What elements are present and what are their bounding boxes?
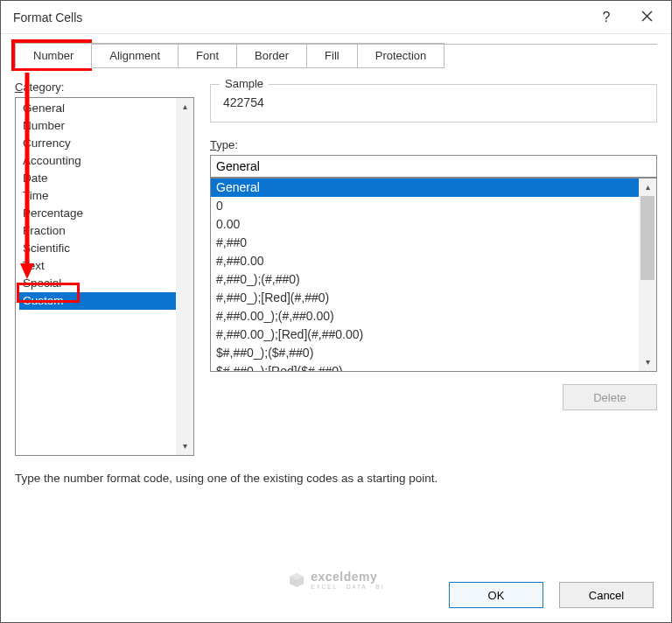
category-item-time[interactable]: Time	[19, 187, 176, 205]
format-item[interactable]: #,##0_);[Red](#,##0)	[211, 289, 639, 307]
category-item-currency[interactable]: Currency	[19, 135, 176, 152]
category-column: Category: GeneralNumberCurrencyAccountin…	[15, 80, 194, 456]
format-item[interactable]: $#,##0_);[Red]($#,##0)	[211, 362, 639, 372]
format-cells-dialog: Format Cells ? Number Alignment Font Bor…	[0, 0, 672, 623]
type-input[interactable]	[210, 155, 657, 178]
cancel-button[interactable]: Cancel	[559, 582, 654, 608]
category-item-percentage[interactable]: Percentage	[19, 205, 176, 222]
format-item[interactable]: #,##0.00	[211, 252, 639, 270]
watermark: exceldemy EXCEL · DATA · BI	[288, 570, 384, 591]
scroll-down-icon[interactable]: ▾	[176, 438, 193, 455]
type-label: Type:	[210, 138, 657, 151]
category-item-date[interactable]: Date	[19, 170, 176, 187]
category-item-general[interactable]: General	[19, 100, 176, 117]
format-item[interactable]: 0.00	[211, 215, 639, 234]
category-item-text[interactable]: Text	[19, 257, 176, 275]
right-column: Sample 422754 Type: General00.00#,##0#,#…	[210, 80, 657, 456]
format-item[interactable]: 0	[211, 197, 639, 215]
sample-value: 422754	[220, 94, 648, 113]
category-item-custom[interactable]: Custom	[19, 292, 176, 310]
tab-protection[interactable]: Protection	[358, 43, 445, 68]
watermark-sub: EXCEL · DATA · BI	[311, 584, 384, 591]
tab-font[interactable]: Font	[178, 43, 237, 68]
scroll-up-icon[interactable]: ▴	[176, 98, 193, 116]
format-scrollbar[interactable]: ▴ ▾	[639, 178, 656, 371]
sample-groupbox: Sample 422754	[210, 84, 657, 122]
format-item[interactable]: #,##0.00_);[Red](#,##0.00)	[211, 326, 639, 344]
tab-alignment[interactable]: Alignment	[92, 43, 178, 68]
scroll-down-icon[interactable]: ▾	[639, 354, 656, 371]
category-item-accounting[interactable]: Accounting	[19, 152, 176, 170]
category-label: Category:	[15, 80, 194, 94]
help-button[interactable]: ?	[594, 4, 619, 32]
format-item[interactable]: #,##0.00_);(#,##0.00)	[211, 307, 639, 326]
tab-strip: Number Alignment Font Border Fill Protec…	[15, 43, 671, 68]
sample-legend: Sample	[220, 77, 269, 90]
format-listbox[interactable]: General00.00#,##0#,##0.00#,##0_);(#,##0)…	[210, 178, 657, 372]
hint-text: Type the number format code, using one o…	[15, 472, 657, 485]
window-title: Format Cells	[13, 10, 82, 24]
tab-number[interactable]: Number	[15, 43, 92, 68]
watermark-brand: exceldemy	[311, 570, 377, 584]
tab-underline	[15, 44, 657, 45]
format-item[interactable]: General	[211, 178, 639, 197]
category-listbox[interactable]: GeneralNumberCurrencyAccountingDateTimeP…	[15, 97, 194, 456]
format-item[interactable]: $#,##0_);($#,##0)	[211, 344, 639, 362]
close-button[interactable]	[634, 4, 659, 32]
category-item-special[interactable]: Special	[19, 275, 176, 292]
category-scrollbar[interactable]: ▴ ▾	[176, 98, 193, 455]
scrollbar-thumb[interactable]	[640, 196, 654, 280]
titlebar: Format Cells ?	[1, 1, 671, 34]
tab-fill[interactable]: Fill	[307, 43, 358, 68]
ok-button[interactable]: OK	[449, 582, 543, 608]
scroll-up-icon[interactable]: ▴	[639, 178, 656, 196]
format-item[interactable]: #,##0_);(#,##0)	[211, 270, 639, 289]
tab-content: Category: GeneralNumberCurrencyAccountin…	[1, 68, 671, 582]
category-item-scientific[interactable]: Scientific	[19, 240, 176, 257]
titlebar-buttons: ?	[594, 4, 668, 32]
category-item-fraction[interactable]: Fraction	[19, 222, 176, 240]
delete-button: Delete	[563, 384, 657, 410]
watermark-icon	[288, 571, 305, 589]
tab-border[interactable]: Border	[237, 43, 307, 68]
format-item[interactable]: #,##0	[211, 234, 639, 252]
category-item-number[interactable]: Number	[19, 117, 176, 135]
